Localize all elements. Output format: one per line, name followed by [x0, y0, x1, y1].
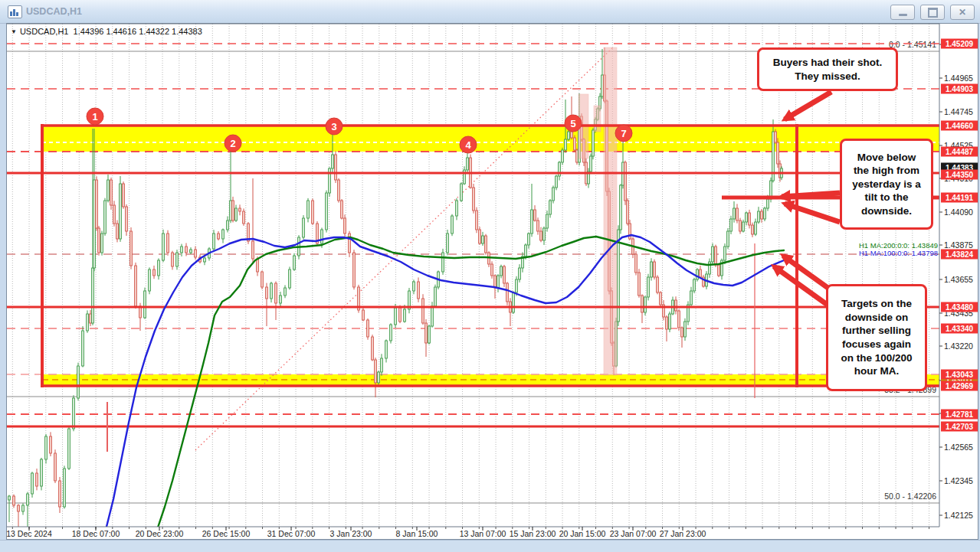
- price-badge: 1.44487: [941, 147, 978, 157]
- svg-text:20 Jan 15:00: 20 Jan 15:00: [559, 529, 606, 538]
- svg-text:31 Dec 07:00: 31 Dec 07:00: [267, 529, 316, 538]
- price-axis[interactable]: 1.451851.449651.447451.445251.443101.440…: [939, 24, 978, 527]
- price-badge: 1.44191: [941, 193, 978, 203]
- svg-text:8 Jan 15:00: 8 Jan 15:00: [396, 529, 438, 538]
- time-axis[interactable]: 13 Dec 202418 Dec 07:0020 Dec 23:0026 De…: [6, 527, 939, 538]
- svg-text:0.0 - 1.45141: 0.0 - 1.45141: [889, 40, 936, 49]
- svg-text:20 Dec 23:00: 20 Dec 23:00: [136, 529, 184, 538]
- svg-text:1.44090: 1.44090: [944, 207, 973, 217]
- svg-text:5: 5: [570, 118, 575, 129]
- svg-text:1.42345: 1.42345: [944, 476, 973, 485]
- price-badge: 1.45209: [941, 39, 978, 49]
- svg-text:18 Dec 07:00: 18 Dec 07:00: [72, 529, 120, 538]
- svg-text:1: 1: [92, 111, 97, 122]
- callout-tilt-downside: Move below the high from yesterday is a …: [840, 139, 933, 230]
- svg-text:1.43875: 1.43875: [944, 240, 973, 250]
- svg-text:3: 3: [331, 121, 336, 132]
- svg-text:13 Jan 07:00: 13 Jan 07:00: [460, 529, 506, 538]
- svg-text:15 Jan 23:00: 15 Jan 23:00: [510, 529, 556, 538]
- svg-text:1.43655: 1.43655: [944, 275, 973, 284]
- svg-text:23 Jan 07:00: 23 Jan 07:00: [610, 529, 657, 538]
- svg-text:50.0 - 1.42206: 50.0 - 1.42206: [884, 492, 936, 501]
- highlight-bands: [578, 47, 617, 375]
- svg-text:1.42565: 1.42565: [944, 443, 973, 452]
- svg-text:4: 4: [465, 139, 471, 151]
- svg-text:26 Dec 15:00: 26 Dec 15:00: [202, 529, 251, 538]
- annotation-arrow: [782, 193, 840, 197]
- price-badge: 1.43043: [941, 370, 978, 380]
- svg-text:1.42969: 1.42969: [946, 382, 974, 390]
- svg-text:3 Jan 23:00: 3 Jan 23:00: [330, 529, 372, 538]
- svg-text:2: 2: [230, 138, 235, 149]
- svg-text:1.44487: 1.44487: [946, 148, 974, 156]
- svg-text:1.44965: 1.44965: [944, 73, 973, 83]
- svg-text:1.44660: 1.44660: [946, 122, 974, 130]
- price-badge: 1.44903: [941, 84, 978, 94]
- callout-targets-ma: Targets on the downside on further selli…: [826, 284, 927, 391]
- price-badge: 1.44350: [941, 170, 978, 180]
- price-badge: 1.44660: [941, 121, 978, 131]
- price-badge: 1.42781: [941, 410, 978, 420]
- svg-text:27 Jan 23:00: 27 Jan 23:00: [660, 529, 706, 538]
- ma-100-hour-label: H1 MA:100:0:0: 1.43798: [859, 249, 938, 257]
- svg-text:1.43824: 1.43824: [946, 250, 974, 259]
- ma-100-hour-line: [98, 235, 784, 547]
- svg-text:1.45209: 1.45209: [946, 40, 974, 48]
- price-badge: 1.42969: [941, 381, 978, 391]
- metatrader-window: { "window": { "title": "USDCAD,H1", "but…: [0, 0, 980, 552]
- ohlc-readout: ▼USDCAD,H1 1.44396 1.44616 1.44322 1.443…: [11, 27, 202, 36]
- trendline: [195, 47, 613, 450]
- svg-text:7: 7: [621, 128, 626, 139]
- svg-text:1.43340: 1.43340: [946, 325, 974, 333]
- horizontal-levels-dashed: [7, 44, 939, 414]
- svg-text:1.44903: 1.44903: [946, 85, 974, 93]
- svg-text:1.42781: 1.42781: [946, 410, 974, 419]
- candlesticks: [8, 47, 783, 536]
- window-bottom-strip: [0, 540, 980, 552]
- svg-text:1.44745: 1.44745: [944, 107, 973, 116]
- svg-text:1.43220: 1.43220: [944, 341, 973, 351]
- price-badge: 1.42703: [941, 422, 978, 432]
- svg-text:1.42703: 1.42703: [946, 423, 974, 431]
- price-badge: 1.43824: [941, 250, 978, 260]
- callout-buyers-missed: Buyers had their shot. They missed.: [757, 47, 898, 91]
- price-badge: 1.43480: [941, 302, 978, 312]
- svg-text:1.42125: 1.42125: [944, 511, 973, 520]
- annotation-arrow: [785, 92, 831, 119]
- price-badge: 1.43340: [941, 324, 978, 334]
- svg-text:1.43043: 1.43043: [946, 371, 974, 379]
- svg-text:1.44350: 1.44350: [946, 171, 974, 179]
- svg-text:1.43480: 1.43480: [946, 303, 974, 312]
- symbol-dropdown-caret[interactable]: ▼: [11, 28, 17, 35]
- svg-text:1.44191: 1.44191: [946, 194, 974, 202]
- svg-text:13 Dec 2024: 13 Dec 2024: [6, 529, 52, 538]
